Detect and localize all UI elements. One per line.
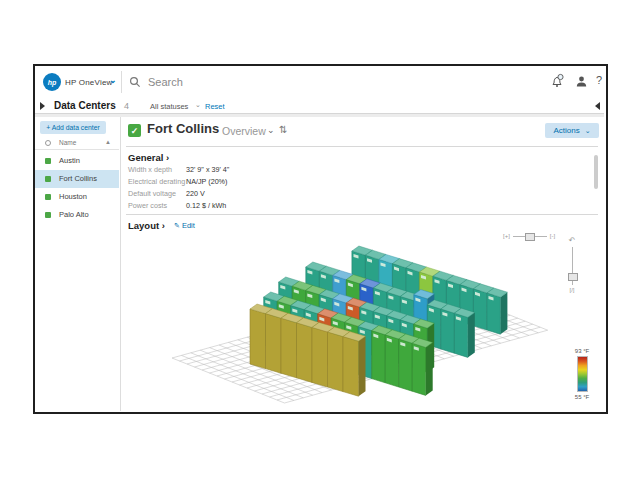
zoom-slider[interactable]: [+] [-] bbox=[503, 233, 555, 239]
status-ok-icon bbox=[45, 176, 51, 182]
field-label: Width x depth bbox=[128, 165, 186, 174]
rotate-arrow-icon[interactable]: ↶ bbox=[569, 237, 576, 245]
field-value: 32' 9" x 39' 4" bbox=[186, 165, 348, 174]
zoom-out-label[interactable]: [-] bbox=[550, 233, 555, 239]
sidebar-item-label: Palo Alto bbox=[59, 210, 89, 219]
app-window: hp HP OneView ⌄ ? bbox=[33, 64, 608, 414]
rotate-control[interactable]: ↶ [/] bbox=[565, 237, 579, 293]
general-fields: Width x depth32' 9" x 39' 4"Electrical d… bbox=[128, 165, 348, 210]
topbar-divider bbox=[121, 71, 122, 93]
sidebar-item-fort-collins[interactable]: Fort Collins bbox=[35, 170, 119, 188]
search-icon bbox=[129, 76, 141, 88]
panel-collapse-icon[interactable] bbox=[595, 102, 600, 110]
user-account-icon[interactable] bbox=[575, 74, 588, 92]
actions-button[interactable]: Actions ⌄ bbox=[545, 123, 599, 138]
sidebar-item-label: Fort Collins bbox=[59, 174, 97, 183]
status-ok-icon bbox=[45, 158, 51, 164]
reset-filter-link[interactable]: Reset bbox=[205, 102, 225, 111]
temperature-legend: 93 °F 55 °F bbox=[571, 347, 593, 401]
sidebar-item-label: Houston bbox=[59, 192, 87, 201]
search-input[interactable] bbox=[146, 75, 400, 89]
section-divider bbox=[126, 214, 598, 215]
help-button[interactable]: ? bbox=[596, 74, 602, 86]
screenshot-canvas: hp HP OneView ⌄ ? bbox=[0, 0, 640, 480]
legend-max-label: 93 °F bbox=[575, 347, 589, 355]
zoom-slider-track[interactable] bbox=[513, 236, 547, 237]
chevron-down-icon: ⌄ bbox=[267, 125, 275, 135]
actions-label: Actions bbox=[553, 126, 579, 135]
scrollbar-thumb[interactable] bbox=[594, 155, 598, 189]
sidebar-item-houston[interactable]: Houston bbox=[35, 188, 119, 206]
hp-logo-icon: hp bbox=[43, 73, 61, 91]
field-value: 0.12 $ / kWh bbox=[186, 201, 348, 210]
rotate-slider-handle[interactable] bbox=[568, 273, 578, 281]
field-label: Electrical derating bbox=[128, 177, 186, 186]
sidebar-item-austin[interactable]: Austin bbox=[35, 152, 119, 170]
add-data-center-button[interactable]: + Add data center bbox=[40, 121, 106, 134]
field-label: Power costs bbox=[128, 201, 186, 210]
view-selector[interactable]: Overview bbox=[222, 125, 266, 137]
sidebar-item-label: Austin bbox=[59, 156, 80, 165]
resource-count: 4 bbox=[124, 101, 129, 111]
chevron-down-icon: ⌄ bbox=[585, 127, 591, 135]
section-divider bbox=[126, 146, 598, 147]
field-label: Default voltage bbox=[128, 189, 186, 198]
name-column-header[interactable]: Name bbox=[59, 139, 76, 146]
legend-min-label: 55 °F bbox=[575, 393, 589, 401]
sidebar-table-header: Name ▲ bbox=[35, 138, 119, 150]
legend-gradient-bar bbox=[577, 356, 588, 392]
datacenter-sidebar: + Add data center Name ▲ AustinFort Coll… bbox=[35, 117, 121, 411]
menu-expand-icon[interactable] bbox=[40, 102, 45, 110]
zoom-slider-handle[interactable] bbox=[525, 233, 535, 241]
chevron-down-icon[interactable]: ⌄ bbox=[109, 75, 117, 85]
search-bar[interactable] bbox=[129, 72, 429, 92]
sidebar-item-palo-alto[interactable]: Palo Alto bbox=[35, 206, 119, 224]
sort-asc-icon[interactable]: ▲ bbox=[105, 139, 111, 145]
status-ok-icon bbox=[45, 212, 51, 218]
brand-label: HP OneView bbox=[65, 78, 113, 87]
zoom-in-label[interactable]: [+] bbox=[503, 233, 510, 239]
general-section-heading[interactable]: General › bbox=[128, 152, 169, 163]
status-filter-dropdown[interactable]: All statuses bbox=[150, 102, 188, 111]
status-ok-icon bbox=[45, 194, 51, 200]
field-value: NA/JP (20%) bbox=[186, 177, 348, 186]
notifications-bell-icon[interactable] bbox=[550, 73, 565, 92]
status-ok-icon: ✓ bbox=[128, 124, 141, 137]
activity-toggle-icon[interactable]: ⇅ bbox=[279, 124, 287, 135]
chevron-down-icon: ⌄ bbox=[195, 101, 201, 109]
rotate-reset-label[interactable]: [/] bbox=[569, 287, 574, 293]
rotate-slider-track[interactable] bbox=[572, 247, 573, 285]
status-column-icon bbox=[45, 140, 51, 146]
filter-bar bbox=[35, 98, 604, 114]
field-value: 220 V bbox=[186, 189, 348, 198]
resource-title: Fort Collins bbox=[147, 121, 219, 136]
rack-layout-3d-view[interactable] bbox=[122, 228, 598, 406]
page-title: Data Centers bbox=[54, 100, 116, 111]
